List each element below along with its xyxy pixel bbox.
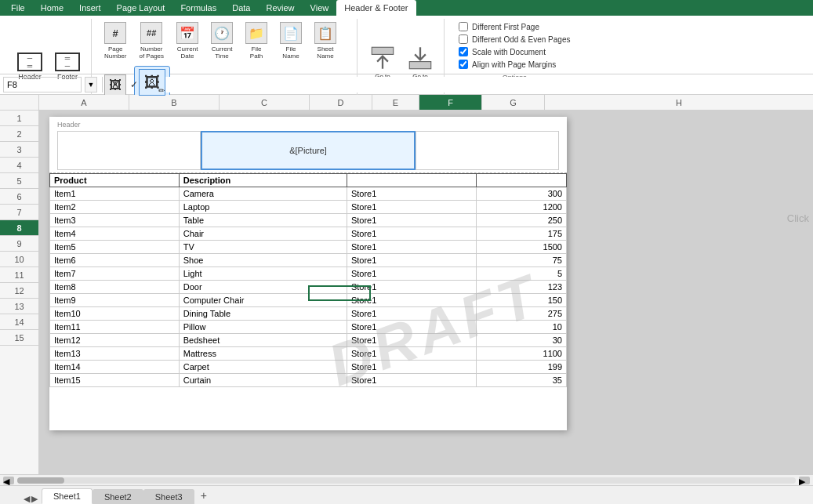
table-row[interactable]: Item13 Mattress Store1 1100 (50, 347, 567, 361)
cell-description[interactable]: Camera (179, 187, 347, 201)
row-num-1[interactable]: 1 (0, 111, 38, 126)
cell-product[interactable]: Item12 (50, 334, 180, 347)
page-number-button[interactable]: # PageNumber (100, 19, 131, 63)
sheet-tab-1[interactable]: Sheet1 (42, 488, 93, 504)
cell-store[interactable]: Store1 (347, 374, 476, 387)
cell-product[interactable]: Item14 (50, 361, 180, 374)
cell-description[interactable]: Computer Chair (179, 294, 347, 307)
table-row[interactable]: Item12 Bedsheet Store1 30 (50, 334, 567, 347)
col-header-D[interactable]: D (310, 95, 372, 110)
row-num-6[interactable]: 6 (0, 189, 38, 205)
file-path-button[interactable]: 📁 FilePath (241, 19, 272, 63)
cell-store[interactable]: Store1 (347, 307, 476, 321)
tab-header-footer[interactable]: Header & Footer (336, 0, 416, 16)
cell-store[interactable]: Store1 (347, 201, 476, 214)
cell-store[interactable]: Store1 (347, 321, 476, 334)
number-of-pages-button[interactable]: ## Numberof Pages (134, 19, 169, 63)
tab-view[interactable]: View (303, 0, 337, 16)
tab-nav-right[interactable]: ▶ (31, 494, 38, 504)
cell-product[interactable]: Item13 (50, 347, 180, 361)
add-sheet-button[interactable]: + (194, 487, 213, 504)
row-num-10[interactable]: 10 (0, 252, 38, 267)
cell-store[interactable]: Store1 (347, 361, 476, 374)
cell-store[interactable]: Store1 (347, 241, 476, 254)
diff-odd-even-checkbox[interactable] (459, 34, 468, 44)
cell-value[interactable]: 1500 (476, 241, 566, 254)
cell-value[interactable]: 5 (476, 267, 566, 281)
table-row[interactable]: Item2 Laptop Store1 1200 (50, 201, 567, 214)
tab-page-layout[interactable]: Page Layout (109, 0, 173, 16)
cell-store[interactable]: Store1 (347, 281, 476, 294)
cell-product[interactable]: Item3 (50, 214, 180, 227)
scrollbar-thumb[interactable] (17, 477, 64, 484)
cell-store[interactable]: Store1 (347, 187, 476, 201)
row-num-14[interactable]: 14 (0, 314, 38, 330)
table-row[interactable]: Item3 Table Store1 250 (50, 214, 567, 227)
tab-nav-left[interactable]: ◀ (24, 494, 30, 504)
col-header-H[interactable]: H (545, 95, 813, 110)
cell-description[interactable]: TV (179, 241, 347, 254)
row-num-5[interactable]: 5 (0, 173, 38, 189)
col-header-F[interactable]: F (419, 95, 482, 110)
sheet-tab-2[interactable]: Sheet2 (93, 489, 143, 504)
tab-file[interactable]: File (3, 0, 33, 16)
cell-product[interactable]: Item2 (50, 201, 180, 214)
cell-product[interactable]: Item8 (50, 281, 180, 294)
cell-description[interactable]: Door (179, 281, 347, 294)
file-name-button[interactable]: 📄 FileName (275, 19, 307, 63)
formula-input[interactable] (164, 77, 810, 92)
cell-product[interactable]: Item9 (50, 294, 180, 307)
tab-formulas[interactable]: Formulas (172, 0, 224, 16)
cell-value[interactable]: 10 (476, 321, 566, 334)
cell-store[interactable]: Store1 (347, 294, 476, 307)
cell-store[interactable]: Store1 (347, 254, 476, 267)
current-date-button[interactable]: 📅 CurrentDate (172, 19, 203, 63)
cell-description[interactable]: Curtain (179, 374, 347, 387)
cell-description[interactable]: Shoe (179, 254, 347, 267)
scale-with-doc-checkbox[interactable] (459, 47, 468, 56)
tab-home[interactable]: Home (33, 0, 71, 16)
scroll-right-btn[interactable]: ▶ (799, 477, 810, 484)
table-row[interactable]: Item10 Dining Table Store1 275 (50, 307, 567, 321)
cell-value[interactable]: 1100 (476, 347, 566, 361)
col-header-A[interactable]: A (39, 95, 129, 110)
cell-product[interactable]: Item5 (50, 241, 180, 254)
cell-description[interactable]: Carpet (179, 361, 347, 374)
align-margins-checkbox[interactable] (459, 60, 468, 69)
table-row[interactable]: Item8 Door Store1 123 (50, 281, 567, 294)
col-header-E[interactable]: E (372, 95, 419, 110)
scroll-left-btn[interactable]: ◀ (3, 477, 14, 484)
col-header-G[interactable]: G (482, 95, 545, 110)
cell-description[interactable]: Table (179, 214, 347, 227)
cell-description[interactable]: Laptop (179, 201, 347, 214)
cell-product[interactable]: Item11 (50, 321, 180, 334)
header-left-section[interactable] (57, 131, 201, 170)
header-right-section[interactable] (416, 131, 559, 170)
cell-value[interactable]: 1200 (476, 201, 566, 214)
table-row[interactable]: Item15 Curtain Store1 35 (50, 374, 567, 387)
cell-store[interactable]: Store1 (347, 214, 476, 227)
header-center-section[interactable]: &[Picture] (201, 131, 416, 170)
cell-value[interactable]: 75 (476, 254, 566, 267)
sheet-name-button[interactable]: 📋 SheetName (310, 19, 341, 63)
tab-review[interactable]: Review (258, 0, 302, 16)
scrollbar-track[interactable] (17, 477, 796, 484)
cell-product[interactable]: Item6 (50, 254, 180, 267)
name-box[interactable]: F8 (3, 77, 82, 92)
cell-product[interactable]: Item15 (50, 374, 180, 387)
cell-value[interactable]: 300 (476, 187, 566, 201)
cell-product[interactable]: Item10 (50, 307, 180, 321)
table-row[interactable]: Item11 Pillow Store1 10 (50, 321, 567, 334)
table-row[interactable]: Item1 Camera Store1 300 (50, 187, 567, 201)
row-num-11[interactable]: 11 (0, 267, 38, 283)
table-row[interactable]: Item14 Carpet Store1 199 (50, 361, 567, 374)
cell-product[interactable]: Item4 (50, 227, 180, 241)
row-num-15[interactable]: 15 (0, 330, 38, 346)
cell-value[interactable]: 150 (476, 294, 566, 307)
cell-value[interactable]: 199 (476, 361, 566, 374)
tab-insert[interactable]: Insert (71, 0, 109, 16)
name-box-dropdown[interactable]: ▼ (85, 77, 97, 92)
cell-product[interactable]: Item1 (50, 187, 180, 201)
cancel-formula-button[interactable]: ✕ (107, 77, 123, 92)
cell-description[interactable]: Chair (179, 227, 347, 241)
